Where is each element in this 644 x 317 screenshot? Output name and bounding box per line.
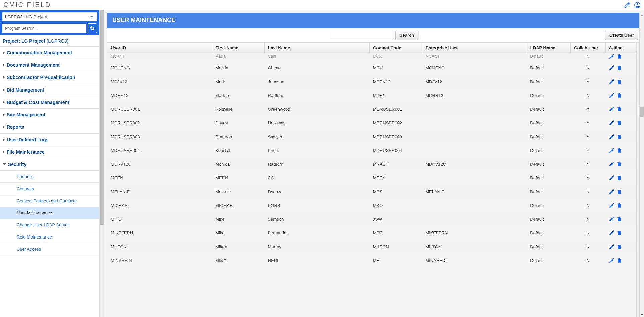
cell-user_id: MCHENG — [107, 61, 212, 75]
user-table: User ID First Name Last Name Contact Cod… — [107, 43, 636, 267]
col-contact-code[interactable]: Contact Code — [370, 43, 422, 53]
edit-header-icon[interactable] — [624, 2, 631, 8]
cell-user_id: MIKE — [107, 212, 212, 226]
col-collab-user[interactable]: Collab User — [571, 43, 605, 53]
sidebar-item-label: Budget & Cost Management — [7, 100, 69, 105]
user-search-input[interactable] — [330, 31, 393, 40]
delete-icon[interactable] — [616, 53, 622, 59]
edit-icon[interactable] — [609, 120, 615, 126]
sidebar-subitem-contacts[interactable]: Contacts — [0, 183, 99, 195]
cell-collab_user: N — [571, 199, 605, 212]
caret-icon — [3, 76, 5, 79]
sidebar-item-reports[interactable]: Reports — [0, 121, 99, 134]
edit-icon[interactable] — [609, 175, 615, 181]
create-user-button[interactable]: Create User — [605, 31, 638, 40]
cell-ldap_name: Default — [527, 199, 570, 212]
cell-ldap_name: Default — [527, 144, 570, 157]
delete-icon[interactable] — [616, 147, 622, 153]
sidebar-subitem-change-user-ldap-server[interactable]: Change User LDAP Server — [0, 219, 99, 231]
sidebar-scrollbar-thumb[interactable] — [100, 10, 104, 225]
cell-collab_user: Y — [571, 171, 605, 185]
cell-first_name: Camden — [212, 130, 265, 144]
scroll-down-icon[interactable]: ▼ — [640, 312, 644, 317]
col-action[interactable]: Action — [605, 43, 636, 53]
cell-last_name: Johnson — [265, 75, 370, 89]
page-title: USER MAINTENANCE — [107, 13, 641, 28]
table-row: MEENMEENAGMEENDefaultY — [107, 171, 636, 185]
edit-icon[interactable] — [609, 216, 615, 222]
cell-first_name: Melanie — [212, 185, 265, 199]
edit-icon[interactable] — [609, 244, 615, 250]
main-scrollbar-thumb[interactable] — [640, 107, 644, 117]
sidebar-item-budget-cost-management[interactable]: Budget & Cost Management — [0, 96, 99, 109]
sidebar-item-document-management[interactable]: Document Management — [0, 59, 99, 71]
col-ldap-name[interactable]: LDAP Name — [527, 43, 570, 53]
sidebar-item-communication-management[interactable]: Communication Management — [0, 47, 99, 59]
delete-icon[interactable] — [616, 120, 622, 126]
cell-ldap_name: Default — [527, 212, 570, 226]
delete-icon[interactable] — [616, 106, 622, 112]
sidebar-item-file-maintenance[interactable]: File Maintenance — [0, 146, 99, 158]
sidebar-item-bid-management[interactable]: Bid Management — [0, 84, 99, 96]
sidebar-subitem-convert-partners-and-contacts[interactable]: Convert Partners and Contacts — [0, 195, 99, 207]
edit-icon[interactable] — [609, 147, 615, 153]
sidebar-item-security[interactable]: Security — [0, 158, 99, 171]
sidebar-item-subcontractor-prequalification[interactable]: Subcontractor Prequalification — [0, 71, 99, 84]
delete-icon[interactable] — [616, 189, 622, 195]
toolbar: Search Create User — [107, 28, 641, 43]
delete-icon[interactable] — [616, 230, 622, 236]
edit-icon[interactable] — [609, 161, 615, 167]
scroll-up-icon[interactable]: ▲ — [640, 13, 644, 17]
edit-icon[interactable] — [609, 230, 615, 236]
delete-icon[interactable] — [616, 216, 622, 222]
cell-collab_user: N — [571, 226, 605, 240]
delete-icon[interactable] — [616, 202, 622, 208]
sidebar-item-user-defined-logs[interactable]: User-Defined Logs — [0, 134, 99, 146]
sidebar-subitem-partners[interactable]: Partners — [0, 171, 99, 183]
app-header: CMiC FIELD — [0, 0, 644, 10]
delete-icon[interactable] — [616, 257, 622, 263]
cell-first_name: MINA — [212, 254, 265, 267]
delete-icon[interactable] — [616, 161, 622, 167]
edit-icon[interactable] — [609, 257, 615, 263]
main-scrollbar[interactable]: ▲ ▼ — [639, 13, 644, 317]
sidebar-subitem-role-maintenance[interactable]: Role Maintenance — [0, 231, 99, 243]
sidebar-item-site-management[interactable]: Site Management — [0, 109, 99, 121]
delete-icon[interactable] — [616, 244, 622, 250]
delete-icon[interactable] — [616, 92, 622, 98]
delete-icon[interactable] — [616, 134, 622, 140]
col-enterprise-user[interactable]: Enterprise User — [422, 43, 527, 53]
delete-icon[interactable] — [616, 78, 622, 85]
edit-icon[interactable] — [609, 134, 615, 140]
edit-icon[interactable] — [609, 189, 615, 195]
edit-icon[interactable] — [609, 78, 615, 85]
project-select[interactable]: LGPROJ - LG Project — [2, 12, 97, 21]
cell-action — [605, 171, 636, 185]
cell-contact_code: MDRUSER002 — [370, 116, 422, 130]
cell-ldap_name: Default — [527, 102, 570, 116]
delete-icon[interactable] — [616, 65, 622, 71]
cell-action — [605, 157, 636, 171]
sidebar-scrollbar[interactable] — [99, 10, 104, 317]
sidebar-subitem-user-access[interactable]: User Access — [0, 243, 99, 255]
edit-icon[interactable] — [609, 202, 615, 208]
cell-ldap_name: Default — [527, 157, 570, 171]
edit-icon[interactable] — [609, 53, 615, 59]
edit-icon[interactable] — [609, 106, 615, 112]
delete-icon[interactable] — [616, 175, 622, 181]
sidebar-subitem-user-maintenance[interactable]: User Maintenance — [0, 207, 99, 219]
col-last-name[interactable]: Last Name — [265, 43, 370, 53]
cell-contact_code: MCA — [370, 53, 422, 61]
search-settings-button[interactable] — [88, 23, 97, 33]
program-search-input[interactable] — [2, 23, 86, 33]
cell-first_name: Milton — [212, 240, 265, 254]
user-header-icon[interactable] — [634, 2, 641, 8]
col-first-name[interactable]: First Name — [212, 43, 265, 53]
cell-last_name: Radford — [265, 157, 370, 171]
cell-user_id: MDJV12 — [107, 75, 212, 89]
edit-icon[interactable] — [609, 65, 615, 71]
col-user-id[interactable]: User ID — [107, 43, 212, 53]
search-button[interactable]: Search — [395, 31, 418, 40]
cell-contact_code: MDRUSER004 — [370, 144, 422, 157]
edit-icon[interactable] — [609, 92, 615, 98]
